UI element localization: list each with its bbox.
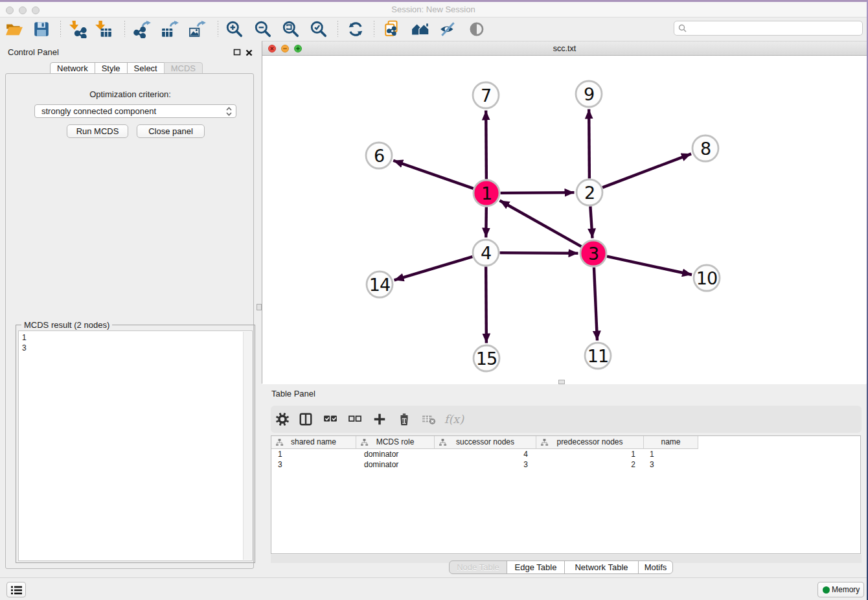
split-columns-icon[interactable] <box>299 412 313 426</box>
table-row[interactable]: 3dominator323 <box>271 459 698 470</box>
hide-selected-icon[interactable] <box>439 20 457 38</box>
optimization-select[interactable]: strongly connected component <box>34 104 236 118</box>
task-list-icon <box>10 585 23 595</box>
edge-4-14[interactable] <box>394 257 473 280</box>
copy-view-icon[interactable] <box>383 20 401 38</box>
edge-4-3[interactable] <box>499 253 578 253</box>
export-table-icon[interactable] <box>161 20 179 38</box>
export-image-icon[interactable] <box>188 20 207 38</box>
column-header-label: predecessor nodes <box>556 437 622 446</box>
graph-node-9[interactable]: 9 <box>576 81 602 107</box>
edge-3-1[interactable] <box>499 201 581 247</box>
graph-node-7[interactable]: 7 <box>473 82 499 108</box>
close-panel-button[interactable]: Close panel <box>137 124 205 138</box>
memory-label: Memory <box>832 583 860 597</box>
mcds-result-list[interactable]: 13 <box>18 330 253 561</box>
delete-row-icon[interactable] <box>397 412 411 426</box>
toolbar-separator <box>337 21 338 37</box>
refresh-layout-icon[interactable] <box>347 20 365 38</box>
graph-node-label: 6 <box>374 146 384 166</box>
column-header-name[interactable]: name <box>644 436 698 449</box>
zoom-in-icon[interactable] <box>225 20 244 38</box>
control-panel: Control Panel NetworkStyleSelectMCDS Opt… <box>0 41 259 577</box>
graph-node-label: 10 <box>696 268 717 288</box>
import-network-icon[interactable] <box>69 20 87 38</box>
control-panel-close-icon[interactable] <box>245 47 253 56</box>
column-header-shared-name[interactable]: shared name <box>271 436 356 449</box>
control-panel-float-icon[interactable] <box>233 47 242 56</box>
table-tab-edge-table[interactable]: Edge Table <box>507 560 565 574</box>
run-mcds-button[interactable]: Run MCDS <box>67 124 128 138</box>
edge-2-8[interactable] <box>602 154 691 187</box>
table-cell: 2 <box>536 459 644 470</box>
zoom-selected-icon[interactable] <box>310 20 328 38</box>
home-icon[interactable] <box>411 20 429 38</box>
svg-text:f(x): f(x) <box>444 413 464 426</box>
table-tabs: Node TableEdge TableNetwork TableMotifs <box>449 560 673 574</box>
edge-3-11[interactable] <box>594 267 597 340</box>
task-list-button[interactable] <box>6 582 26 597</box>
edge-2-9[interactable] <box>589 109 589 178</box>
graph-node-1[interactable]: 1 <box>474 180 499 206</box>
edge-1-7[interactable] <box>486 110 486 179</box>
graph-node-label: 15 <box>476 349 497 369</box>
control-panel-tab-mcds[interactable]: MCDS <box>164 62 203 74</box>
table-settings-icon[interactable] <box>275 412 290 426</box>
table-cell: dominator <box>356 449 435 459</box>
deselect-all-icon[interactable] <box>348 412 362 426</box>
open-session-icon[interactable] <box>5 20 23 38</box>
graph-node-4[interactable]: 4 <box>473 240 499 266</box>
graph-node-3[interactable]: 3 <box>580 240 606 266</box>
show-all-icon[interactable] <box>468 20 486 38</box>
search-box[interactable] <box>674 21 863 36</box>
edge-2-3[interactable] <box>590 206 592 238</box>
select-all-check-icon[interactable] <box>323 412 337 426</box>
graph-node-10[interactable]: 10 <box>694 265 720 291</box>
graph-node-8[interactable]: 8 <box>692 135 718 161</box>
control-panel-tab-select[interactable]: Select <box>127 62 165 74</box>
column-header-MCDS-role[interactable]: MCDS role <box>356 436 435 449</box>
edge-1-2[interactable] <box>500 192 574 193</box>
import-table-icon[interactable] <box>95 20 113 38</box>
network-graph: 1234678910111415 <box>262 57 866 384</box>
splitter-handle-bottom[interactable] <box>558 380 565 384</box>
memory-button[interactable]: Memory <box>817 582 864 597</box>
edge-3-10[interactable] <box>607 257 692 275</box>
save-session-icon[interactable] <box>32 20 51 38</box>
control-panel-tab-network[interactable]: Network <box>50 62 95 74</box>
graph-node-14[interactable]: 14 <box>367 271 393 297</box>
graph-node-label: 8 <box>700 139 711 159</box>
table-row[interactable]: 1dominator411 <box>271 449 698 459</box>
column-header-successor-nodes[interactable]: successor nodes <box>435 436 536 449</box>
mcds-result-item: 3 <box>22 343 252 353</box>
edge-1-6[interactable] <box>393 161 474 189</box>
table-cell: 1 <box>271 449 356 459</box>
table-tab-network-table[interactable]: Network Table <box>564 560 639 574</box>
column-header-label: shared name <box>291 437 336 446</box>
graph-node-15[interactable]: 15 <box>474 345 499 371</box>
mcds-result-item: 1 <box>22 332 252 343</box>
export-network-icon[interactable] <box>133 20 152 38</box>
optimization-criterion-label: Optimization criterion: <box>6 89 255 99</box>
zoom-out-icon[interactable] <box>254 20 272 38</box>
graph-node-2[interactable]: 2 <box>577 179 602 205</box>
search-input[interactable] <box>690 22 858 34</box>
graph-node-6[interactable]: 6 <box>366 143 392 168</box>
table-cell: 3 <box>271 459 356 470</box>
table-tab-node-table[interactable]: Node Table <box>449 560 507 574</box>
edge-1-4[interactable] <box>486 207 486 237</box>
table-tab-motifs[interactable]: Motifs <box>638 560 673 574</box>
column-header-predecessor-nodes[interactable]: predecessor nodes <box>536 436 644 449</box>
edge-4-15[interactable] <box>486 266 486 343</box>
graph-node-11[interactable]: 11 <box>585 343 611 369</box>
splitter-handle-left[interactable] <box>257 304 262 310</box>
select-stepper-icon <box>226 107 232 116</box>
mcds-result-scrollbar[interactable] <box>243 332 251 560</box>
window-title: Session: New Session <box>0 2 867 17</box>
table-panel-title: Table Panel <box>271 389 315 398</box>
control-panel-tab-style[interactable]: Style <box>95 62 128 74</box>
node-table: shared nameMCDS rolesuccessor nodesprede… <box>271 435 861 554</box>
zoom-fit-icon[interactable] <box>282 20 300 38</box>
add-row-icon[interactable] <box>372 412 387 426</box>
network-canvas[interactable]: 1234678910111415 <box>262 57 866 384</box>
